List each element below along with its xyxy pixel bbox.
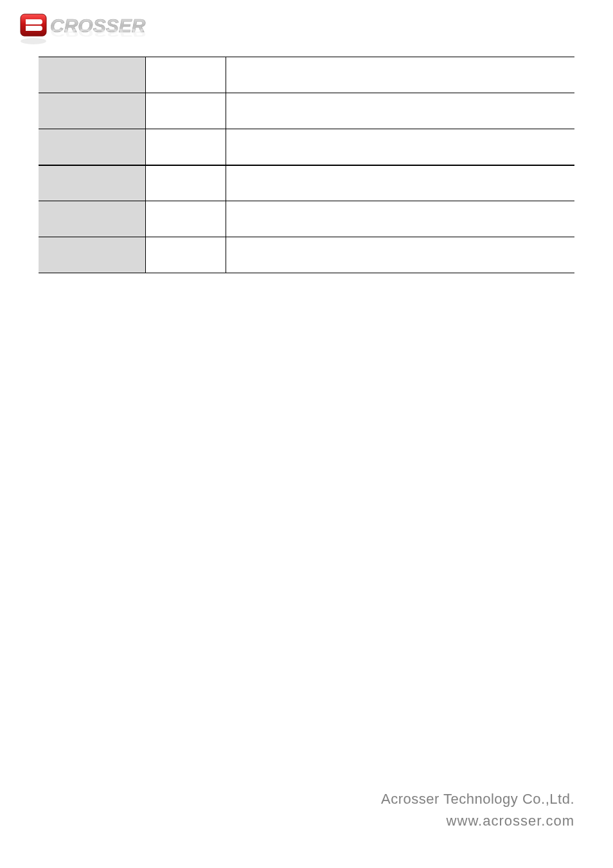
table-row — [39, 165, 574, 201]
company-name: Acrosser Technology Co.,Ltd. — [381, 791, 574, 808]
row-value — [226, 93, 574, 129]
table-row — [39, 57, 574, 93]
company-url: www.acrosser.com — [381, 813, 574, 829]
row-value — [226, 201, 574, 237]
row-label — [39, 201, 146, 237]
row-label — [39, 237, 146, 273]
row-sub — [146, 57, 226, 93]
table-row — [39, 93, 574, 129]
row-sub — [146, 93, 226, 129]
svg-text:CROSSER: CROSSER — [50, 26, 146, 38]
row-label — [39, 57, 146, 93]
row-value — [226, 57, 574, 93]
spec-table — [39, 57, 574, 273]
brand-logo: CROSSER CROSSER — [19, 13, 574, 46]
row-label — [39, 165, 146, 201]
row-sub — [146, 237, 226, 273]
svg-rect-0 — [21, 14, 46, 36]
row-sub — [146, 129, 226, 165]
row-value — [226, 237, 574, 273]
row-value — [226, 165, 574, 201]
row-sub — [146, 201, 226, 237]
table-row — [39, 237, 574, 273]
row-label — [39, 129, 146, 165]
svg-point-1 — [21, 38, 46, 44]
row-label — [39, 93, 146, 129]
row-value — [226, 129, 574, 165]
row-sub — [146, 165, 226, 201]
table-row — [39, 129, 574, 165]
table-row — [39, 201, 574, 237]
page-footer: Acrosser Technology Co.,Ltd. www.acrosse… — [381, 791, 574, 829]
